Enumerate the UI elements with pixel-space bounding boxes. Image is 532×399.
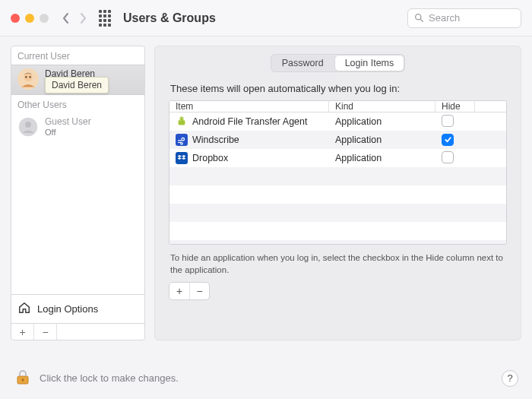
add-login-item-button[interactable]: + [169,283,189,299]
svg-point-5 [30,76,31,78]
login-items-description: These items will open automatically when… [170,83,505,94]
svg-point-4 [25,76,27,78]
user-tooltip: David Beren [45,77,109,93]
android-icon [176,116,188,128]
svg-point-7 [25,122,31,128]
table-row-empty [169,204,506,222]
page-title: Users & Groups [123,11,216,25]
table-row-empty [169,185,506,204]
current-user-label: Current User [11,46,144,65]
remove-login-item-button[interactable]: − [189,283,209,299]
sidebar-user-current[interactable]: David Beren Admin David Beren [11,65,144,95]
svg-point-9 [179,116,183,120]
remove-user-button[interactable]: − [34,324,57,340]
item-name: Android File Transfer Agent [192,116,307,127]
column-header-kind[interactable]: Kind [329,101,435,112]
item-kind: Application [329,153,435,163]
forward-button[interactable] [74,8,91,29]
search-icon [414,13,424,23]
svg-rect-8 [179,120,185,125]
window-minimize-dot[interactable] [25,14,34,23]
all-preferences-icon[interactable] [97,11,112,26]
table-row-empty [169,167,506,185]
hide-checkbox[interactable] [442,115,454,127]
table-row[interactable]: Windscribe Application [169,131,506,149]
user-sidebar: Current User David Beren Admin David Ber… [11,46,145,340]
item-name: Dropbox [192,153,228,163]
table-row[interactable]: Dropbox Application [169,149,506,167]
hide-help-text: To hide an application when you log in, … [170,252,505,276]
login-items-panel: Password Login Items These items will op… [154,46,521,340]
svg-line-1 [420,19,423,21]
avatar [17,116,39,138]
sidebar-user-guest[interactable]: Guest User Off [11,113,144,142]
guest-user-name: Guest User [45,117,91,128]
column-header-item[interactable]: Item [169,101,329,112]
guest-user-role: Off [45,128,91,138]
login-options-label: Login Options [37,303,98,315]
table-row-empty [169,222,506,240]
add-user-button[interactable]: + [11,324,34,340]
window-zoom-dot [40,14,49,23]
svg-point-10 [180,118,181,119]
window-close-dot[interactable] [11,14,20,23]
hide-checkbox[interactable] [442,134,454,146]
column-header-hide[interactable]: Hide [435,101,475,112]
search-input[interactable]: Search [407,8,521,28]
lock-text: Click the lock to make changes. [40,372,179,384]
svg-point-3 [24,73,32,81]
search-placeholder: Search [429,12,460,24]
avatar [17,68,39,90]
tab-password[interactable]: Password [271,55,334,71]
sidebar-footer-spacer [57,324,144,340]
item-name: Windscribe [192,135,239,145]
other-users-label: Other Users [11,95,144,113]
help-button[interactable]: ? [502,370,518,387]
login-items-table: Item Kind Hide Android File Transfer Age… [169,100,507,245]
item-kind: Application [329,135,435,145]
hide-checkbox[interactable] [442,151,454,163]
table-row-empty [169,240,506,245]
windscribe-icon [176,134,188,146]
back-button[interactable] [58,8,74,29]
login-options-button[interactable]: Login Options [11,294,144,323]
svg-point-11 [182,118,183,119]
svg-rect-14 [22,380,23,382]
dropbox-icon [176,152,188,164]
tab-login-items[interactable]: Login Items [334,55,405,71]
item-kind: Application [329,116,435,127]
lock-icon[interactable] [14,368,32,388]
table-row[interactable]: Android File Transfer Agent Application [169,112,506,131]
home-icon [17,301,31,317]
